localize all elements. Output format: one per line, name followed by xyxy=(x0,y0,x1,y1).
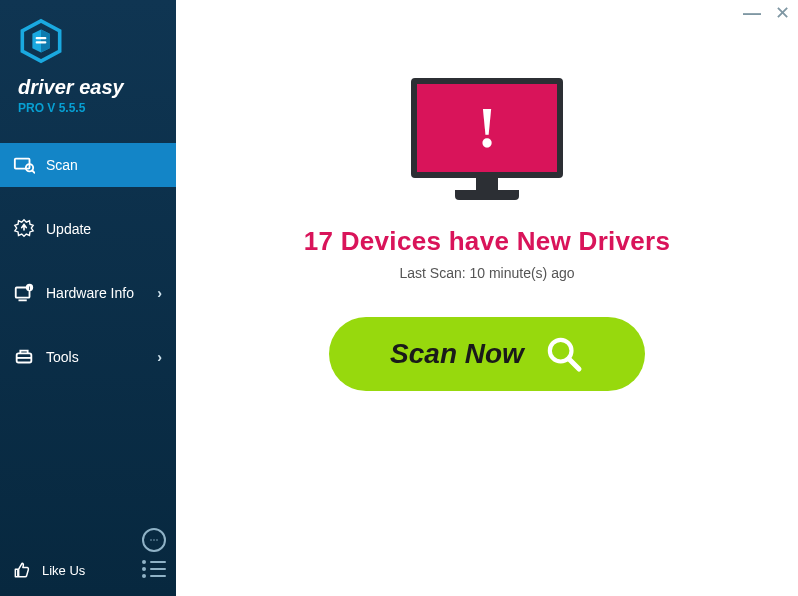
svg-line-14 xyxy=(569,359,579,369)
chevron-right-icon: › xyxy=(157,349,162,365)
brand-version: PRO V 5.5.5 xyxy=(18,101,176,115)
close-button[interactable]: ✕ xyxy=(775,4,790,22)
scan-now-button[interactable]: Scan Now xyxy=(329,317,645,391)
tools-icon xyxy=(12,345,36,369)
main-panel: — ✕ ! 17 Devices have New Drivers Last S… xyxy=(176,0,798,596)
update-icon xyxy=(12,217,36,241)
sidebar-item-update[interactable]: Update xyxy=(0,207,176,251)
exclamation-icon: ! xyxy=(411,78,563,178)
window-controls: — ✕ xyxy=(743,4,790,22)
svg-rect-5 xyxy=(19,299,27,301)
sidebar-item-label: Update xyxy=(46,221,162,237)
sidebar: driver easy PRO V 5.5.5 Scan Update i Ha… xyxy=(0,0,176,596)
like-us-button[interactable]: Like Us xyxy=(10,558,85,582)
svg-point-11 xyxy=(153,539,155,541)
chevron-right-icon: › xyxy=(157,285,162,301)
menu-list-icon[interactable] xyxy=(142,560,166,578)
svg-point-10 xyxy=(150,539,152,541)
svg-point-12 xyxy=(156,539,158,541)
like-us-label: Like Us xyxy=(42,563,85,578)
last-scan-text: Last Scan: 10 minute(s) ago xyxy=(399,265,574,281)
sidebar-item-scan[interactable]: Scan xyxy=(0,143,176,187)
feedback-icon[interactable] xyxy=(142,528,166,552)
minimize-button[interactable]: — xyxy=(743,4,761,22)
hardware-info-icon: i xyxy=(12,281,36,305)
svg-rect-1 xyxy=(15,159,30,169)
sidebar-utility-icons xyxy=(142,528,166,578)
sidebar-bottom: Like Us xyxy=(0,552,176,588)
sidebar-item-hardware-info[interactable]: i Hardware Info › xyxy=(0,271,176,315)
alert-glyph: ! xyxy=(478,96,497,160)
brand-name: driver easy xyxy=(18,76,176,99)
alert-monitor-graphic: ! xyxy=(411,78,563,200)
sidebar-item-tools[interactable]: Tools › xyxy=(0,335,176,379)
sidebar-item-label: Tools xyxy=(46,349,157,365)
sidebar-item-label: Hardware Info xyxy=(46,285,157,301)
scan-icon xyxy=(12,153,36,177)
sidebar-item-label: Scan xyxy=(46,157,162,173)
scan-now-label: Scan Now xyxy=(390,338,524,370)
app-logo-icon xyxy=(18,18,64,64)
brand-block: driver easy PRO V 5.5.5 xyxy=(0,0,176,125)
headline-text: 17 Devices have New Drivers xyxy=(304,226,671,257)
magnifier-icon xyxy=(544,334,584,374)
sidebar-nav: Scan Update i Hardware Info › Tools › xyxy=(0,143,176,379)
svg-line-3 xyxy=(32,171,34,173)
thumbs-up-icon xyxy=(10,558,34,582)
